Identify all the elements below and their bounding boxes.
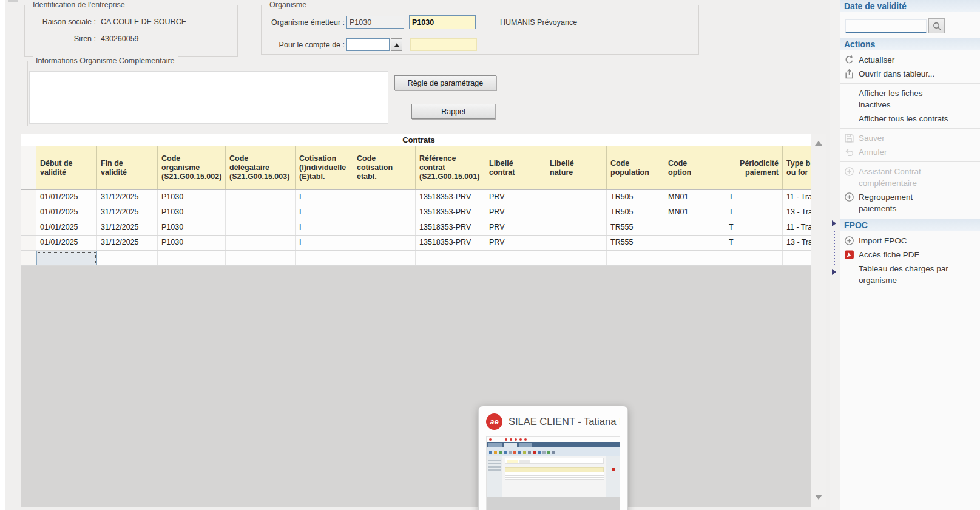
column-header[interactable]: Périodicité paiement bbox=[725, 146, 783, 189]
table-row[interactable]: 01/01/202531/12/2025P1030I13518353-PRVPR… bbox=[21, 220, 816, 236]
table-cell[interactable]: TR555 bbox=[607, 236, 664, 250]
table-cell[interactable] bbox=[546, 220, 607, 235]
table-cell[interactable]: MN01 bbox=[664, 190, 725, 205]
table-cell[interactable] bbox=[97, 251, 158, 265]
table-cell[interactable] bbox=[21, 236, 36, 250]
table-cell[interactable]: 13518353-PRV bbox=[416, 220, 485, 235]
table-cell[interactable]: 31/12/2025 bbox=[97, 205, 158, 220]
table-cell[interactable]: T bbox=[725, 205, 783, 220]
column-header[interactable]: Cotisation (I)ndividuelle (E)tabl. bbox=[296, 146, 353, 189]
focused-cell[interactable] bbox=[36, 251, 97, 265]
table-row[interactable]: 01/01/202531/12/2025P1030I13518353-PRVPR… bbox=[21, 205, 816, 220]
column-header[interactable]: Code organisme (S21.G00.15.002) bbox=[158, 146, 226, 189]
table-cell[interactable] bbox=[485, 251, 546, 265]
table-cell[interactable] bbox=[353, 205, 416, 220]
action-afficher-tous-les-contrats[interactable]: Afficher tous les contrats bbox=[840, 112, 980, 126]
table-cell[interactable] bbox=[546, 205, 607, 220]
table-cell[interactable] bbox=[21, 220, 36, 235]
table-cell[interactable] bbox=[546, 236, 607, 250]
table-cell[interactable] bbox=[546, 190, 607, 205]
table-cell[interactable]: I bbox=[296, 236, 353, 250]
window-thumbnail-preview[interactable] bbox=[486, 436, 620, 510]
table-cell[interactable] bbox=[226, 205, 296, 220]
taskbar-thumbnail-popup[interactable]: ae SILAE CLIENT - Tatiana P... bbox=[478, 406, 628, 510]
table-row-empty[interactable] bbox=[21, 251, 816, 266]
table-cell[interactable]: 13518353-PRV bbox=[416, 236, 485, 250]
table-cell[interactable]: 31/12/2025 bbox=[97, 220, 158, 235]
table-cell[interactable] bbox=[664, 220, 725, 235]
table-cell[interactable]: P1030 bbox=[158, 190, 226, 205]
table-cell[interactable] bbox=[226, 220, 296, 235]
table-cell[interactable]: 01/01/2025 bbox=[36, 236, 97, 250]
action-afficher-les-fiches-inactives[interactable]: Afficher les fiches inactives bbox=[840, 86, 980, 112]
column-header[interactable]: Libellé nature bbox=[546, 146, 607, 189]
pour-le-compte-input[interactable] bbox=[346, 38, 390, 51]
action-ouvrir-dans-tableur[interactable]: Ouvrir dans tableur... bbox=[840, 67, 980, 81]
table-cell[interactable] bbox=[226, 190, 296, 205]
column-header[interactable]: Code population bbox=[607, 146, 664, 189]
table-cell[interactable]: I bbox=[296, 220, 353, 235]
table-cell[interactable] bbox=[353, 236, 416, 250]
table-cell[interactable] bbox=[664, 251, 725, 265]
table-cell[interactable]: 13518353-PRV bbox=[416, 190, 485, 205]
table-cell[interactable] bbox=[296, 251, 353, 265]
splitter-grip[interactable] bbox=[834, 231, 835, 267]
table-cell[interactable] bbox=[21, 251, 36, 265]
splitter-collapse-icon[interactable] bbox=[832, 220, 836, 226]
table-cell[interactable]: I bbox=[296, 205, 353, 220]
table-cell[interactable] bbox=[353, 220, 416, 235]
action-actualiser[interactable]: Actualiser bbox=[840, 53, 980, 67]
column-header[interactable]: Libellé contrat bbox=[485, 146, 546, 189]
table-cell[interactable]: TR555 bbox=[607, 220, 664, 235]
table-cell[interactable]: 01/01/2025 bbox=[36, 205, 97, 220]
column-header[interactable]: Fin de validité bbox=[97, 146, 158, 189]
column-header[interactable]: Référence contrat (S21.G00.15.001) bbox=[416, 146, 485, 189]
table-cell[interactable] bbox=[416, 251, 485, 265]
table-cell[interactable] bbox=[546, 251, 607, 265]
table-cell[interactable]: PRV bbox=[485, 236, 546, 250]
column-header[interactable]: Code option bbox=[664, 146, 725, 189]
table-cell[interactable]: TR505 bbox=[607, 205, 664, 220]
table-cell[interactable] bbox=[21, 190, 36, 205]
table-cell[interactable] bbox=[725, 251, 783, 265]
table-cell[interactable] bbox=[158, 251, 226, 265]
table-scrollbar[interactable] bbox=[811, 134, 826, 507]
column-header[interactable]: Code délégataire (S21.G00.15.003) bbox=[226, 146, 296, 189]
table-cell[interactable]: PRV bbox=[485, 190, 546, 205]
table-cell[interactable]: PRV bbox=[485, 220, 546, 235]
scroll-up-icon[interactable] bbox=[815, 141, 822, 146]
table-cell[interactable] bbox=[607, 251, 664, 265]
table-cell[interactable]: P1030 bbox=[158, 205, 226, 220]
table-cell[interactable] bbox=[21, 205, 36, 220]
date-validite-input[interactable] bbox=[845, 19, 927, 33]
table-cell[interactable]: 31/12/2025 bbox=[97, 236, 158, 250]
table-cell[interactable]: P1030 bbox=[158, 236, 226, 250]
table-cell[interactable] bbox=[226, 236, 296, 250]
table-cell[interactable] bbox=[353, 251, 416, 265]
table-cell[interactable]: T bbox=[725, 190, 783, 205]
action-acces-fiche-pdf[interactable]: Accès fiche PDF bbox=[840, 248, 980, 262]
pour-le-compte-spinner[interactable] bbox=[391, 38, 402, 51]
table-cell[interactable] bbox=[226, 251, 296, 265]
table-cell[interactable]: MN01 bbox=[664, 205, 725, 220]
table-cell[interactable]: 13518353-PRV bbox=[416, 205, 485, 220]
column-header[interactable]: Début de validité bbox=[36, 146, 97, 189]
rappel-button[interactable]: Rappel bbox=[411, 104, 495, 119]
table-cell[interactable]: I bbox=[296, 190, 353, 205]
organisme-emetteur-code-input[interactable] bbox=[409, 15, 476, 29]
search-button[interactable] bbox=[928, 18, 945, 33]
table-cell[interactable]: TR505 bbox=[607, 190, 664, 205]
table-cell[interactable]: 01/01/2025 bbox=[36, 220, 97, 235]
table-row[interactable]: 01/01/202531/12/2025P1030I13518353-PRVPR… bbox=[21, 190, 816, 205]
action-import-fpoc[interactable]: Import FPOC bbox=[840, 234, 980, 248]
panel-splitter[interactable] bbox=[830, 0, 840, 510]
action-tableau-des-charges-par-organisme[interactable]: Tableau des charges par organisme bbox=[840, 262, 980, 287]
splitter-collapse-icon-2[interactable] bbox=[832, 269, 836, 275]
action-regroupement-paiements[interactable]: Regroupement paiements bbox=[840, 190, 980, 216]
table-cell[interactable]: 01/01/2025 bbox=[36, 190, 97, 205]
table-cell[interactable]: P1030 bbox=[158, 220, 226, 235]
infos-textarea[interactable] bbox=[29, 71, 388, 124]
table-cell[interactable] bbox=[353, 190, 416, 205]
table-row[interactable]: 01/01/202531/12/2025P1030I13518353-PRVPR… bbox=[21, 236, 816, 251]
scroll-down-icon[interactable] bbox=[815, 495, 822, 500]
